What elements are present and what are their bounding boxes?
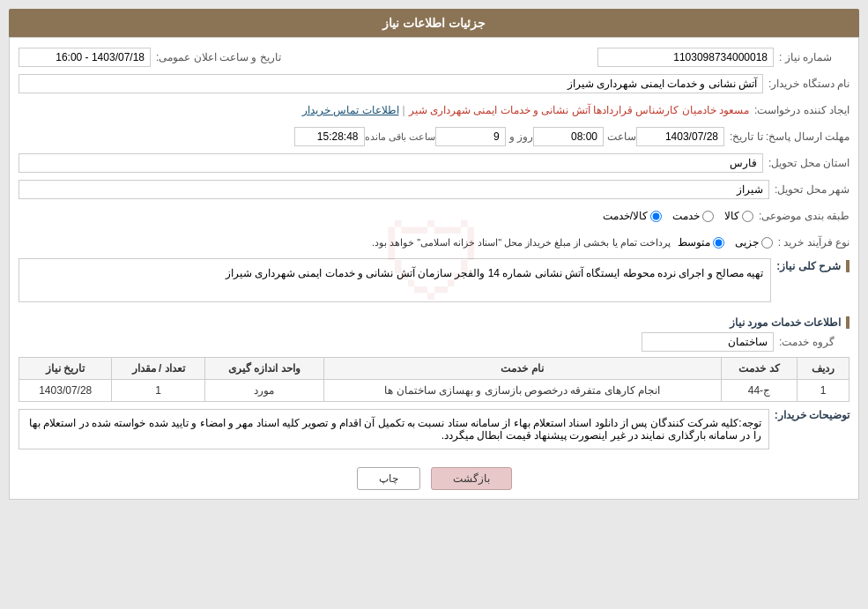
province-value: فارس xyxy=(19,153,763,173)
col-code: کد خدمت xyxy=(721,358,798,380)
category-goods-label: کالا xyxy=(724,210,739,222)
response-date-value: 1403/07/28 xyxy=(636,127,724,146)
col-unit: واحد اندازه گیری xyxy=(204,358,323,380)
purchase-type-radio-medium[interactable] xyxy=(713,237,724,249)
purchase-type-radio-group: جزیی متوسط xyxy=(678,236,773,249)
category-radio-goods[interactable] xyxy=(742,211,753,222)
category-both-label: کالا/خدمت xyxy=(603,210,648,222)
need-number-label: شماره نیاز : xyxy=(779,51,849,63)
province-label: استان محل تحویل: xyxy=(768,157,849,169)
buyer-org-value: آتش نشانی و خدمات ایمنی شهرداری شیراز xyxy=(19,74,763,93)
category-radio-service[interactable] xyxy=(702,211,714,222)
category-radio-group: کالا خدمت کالا/خدمت xyxy=(603,210,753,222)
description-label: شرح کلی نیاز: xyxy=(776,260,841,272)
announce-date-label: تاریخ و ساعت اعلان عمومی: xyxy=(156,51,281,63)
description-value: تهیه مصالح و اجرای نرده محوطه ایستگاه آت… xyxy=(19,258,771,302)
print-button[interactable]: چاپ xyxy=(357,467,420,490)
category-option-goods[interactable]: کالا xyxy=(724,210,753,222)
action-buttons: بازگشت چاپ xyxy=(19,467,849,490)
group-value: ساختمان xyxy=(642,332,774,352)
category-service-label: خدمت xyxy=(672,210,700,222)
response-time-label: ساعت xyxy=(607,130,636,143)
city-label: شهر محل تحویل: xyxy=(775,183,849,196)
cell-row-num: 1 xyxy=(798,380,849,402)
services-table: ردیف کد خدمت نام خدمت واحد اندازه گیری ت… xyxy=(19,357,849,402)
notice-label: توضیحات خریدار: xyxy=(775,409,849,421)
buyer-org-label: نام دستگاه خریدار: xyxy=(768,78,849,90)
cell-quantity: 1 xyxy=(112,380,204,402)
col-date: تاریخ نیاز xyxy=(19,358,112,380)
table-row: 1 ج-44 انجام کارهای متفرقه درخصوص بازساز… xyxy=(19,380,849,402)
response-remaining-value: 15:28:48 xyxy=(294,127,365,146)
back-button[interactable]: بازگشت xyxy=(431,467,512,490)
group-label: گروه خدمت: xyxy=(779,336,849,348)
creator-label: ایجاد کننده درخواست: xyxy=(754,104,849,116)
purchase-note: پرداخت تمام یا بخشی از مبلغ خریداز محل "… xyxy=(372,237,671,249)
category-radio-both[interactable] xyxy=(650,211,662,222)
creator-value: مسعود خادمیان کارشناس قراردادها آتش نشان… xyxy=(409,104,749,116)
response-days-label: روز و xyxy=(509,130,533,143)
cell-date: 1403/07/28 xyxy=(19,380,112,402)
category-label: طبقه بندی موضوعی: xyxy=(759,210,849,222)
purchase-type-label: نوع فرآیند خرید : xyxy=(778,236,849,249)
cell-name: انجام کارهای متفرقه درخصوص بازسازی و بهس… xyxy=(323,380,721,402)
contact-link[interactable]: اطلاعات تماس خریدار xyxy=(302,104,399,116)
notice-text: توجه:کلیه شرکت کنندگان پس از دانلود اسنا… xyxy=(19,409,769,449)
response-days-value: 9 xyxy=(435,127,506,146)
purchase-type-medium[interactable]: متوسط xyxy=(678,236,724,249)
city-value: شیراز xyxy=(19,180,769,199)
col-quantity: تعداد / مقدار xyxy=(112,358,204,380)
page-title: جزئیات اطلاعات نیاز xyxy=(9,9,859,37)
response-remaining-label: ساعت باقی مانده xyxy=(365,131,435,143)
purchase-type-partial-label: جزیی xyxy=(735,236,759,249)
need-number-value: 1103098734000018 xyxy=(597,48,774,67)
response-deadline-label: مهلت ارسال پاسخ: تا تاریخ: xyxy=(730,130,849,143)
purchase-type-radio-partial[interactable] xyxy=(761,237,773,249)
announce-date-value: 1403/07/18 - 16:00 xyxy=(19,48,151,67)
cell-unit: مورد xyxy=(204,380,323,402)
category-option-both[interactable]: کالا/خدمت xyxy=(603,210,662,222)
services-header: اطلاعات خدمات مورد نیاز xyxy=(19,316,849,329)
purchase-type-partial[interactable]: جزیی xyxy=(735,236,773,249)
col-row-num: ردیف xyxy=(798,358,849,380)
response-time-value: 08:00 xyxy=(533,127,604,146)
col-name: نام خدمت xyxy=(323,358,721,380)
category-option-service[interactable]: خدمت xyxy=(672,210,714,222)
purchase-type-medium-label: متوسط xyxy=(678,236,710,249)
cell-code: ج-44 xyxy=(721,380,798,402)
